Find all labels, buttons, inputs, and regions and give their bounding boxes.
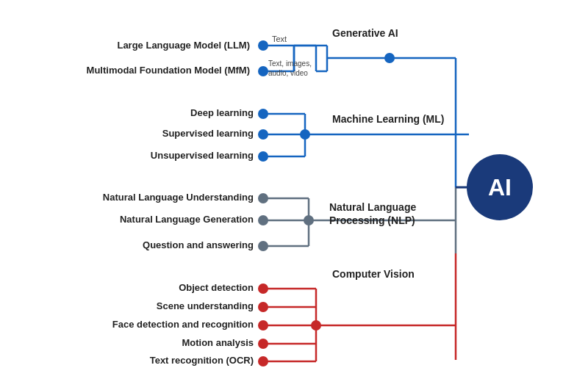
label-scene: Scene understanding (103, 300, 254, 311)
ai-circle: AI (467, 154, 533, 220)
svg-text:Generative AI: Generative AI (332, 27, 398, 39)
label-nlg: Natural Language Generation (59, 214, 254, 225)
svg-text:Computer Vision: Computer Vision (332, 268, 415, 280)
ai-label: AI (488, 174, 512, 201)
svg-text:Text: Text (272, 35, 287, 43)
label-object-detection: Object detection (118, 282, 254, 293)
label-motion: Motion analysis (118, 337, 254, 348)
label-face: Face detection and recognition (51, 319, 254, 330)
svg-text:Processing (NLP): Processing (NLP) (329, 214, 415, 226)
label-mfm: Multimodal Foundation Model (MfM) (37, 65, 250, 76)
label-nlu: Natural Language Understanding (29, 192, 254, 203)
svg-text:Text, images,: Text, images, (268, 59, 312, 68)
diagram-canvas: Text Text, images, audio, video Generati… (0, 0, 588, 390)
label-llm: Large Language Model (LLM) (37, 40, 250, 51)
label-supervised: Supervised learning (110, 128, 254, 139)
svg-text:Machine Learning (ML): Machine Learning (ML) (332, 113, 444, 125)
label-unsupervised: Unsupervised learning (110, 150, 254, 161)
label-deep-learning: Deep learning (110, 107, 254, 118)
svg-text:audio, video: audio, video (268, 69, 308, 77)
svg-text:Natural Language: Natural Language (329, 201, 416, 213)
label-qa: Question and answering (81, 239, 254, 250)
label-ocr: Text recognition (OCR) (96, 355, 254, 366)
